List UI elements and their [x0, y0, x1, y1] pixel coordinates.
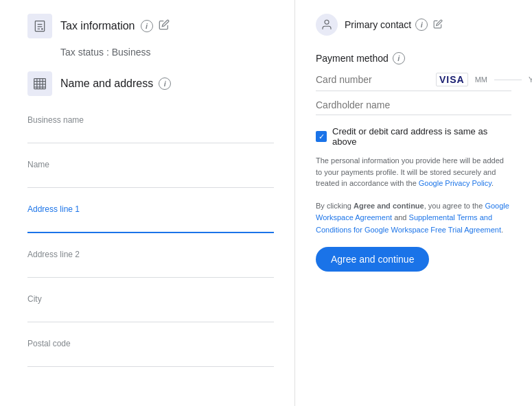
- payment-method-section: Payment method i VISA MM YY CVG: [316, 52, 511, 272]
- card-meta: VISA MM YY CVG: [436, 73, 532, 86]
- business-name-input[interactable]: [27, 128, 274, 139]
- tax-edit-icon[interactable]: [159, 19, 170, 33]
- name-address-section: Name and address i Business name Name Ad…: [27, 71, 274, 372]
- address-line-1-input[interactable]: [27, 217, 274, 228]
- address-icon: [27, 71, 52, 96]
- city-label: City: [27, 294, 274, 304]
- name-input[interactable]: [27, 172, 274, 183]
- business-name-label: Business name: [27, 115, 274, 125]
- name-label: Name: [27, 160, 274, 169]
- svg-point-4: [41, 28, 43, 30]
- tax-status: Tax status : Business: [60, 47, 274, 58]
- address-line-2-label: Address line 2: [27, 250, 274, 259]
- primary-contact-info-icon[interactable]: i: [415, 19, 428, 31]
- cardholder-name-row: [316, 99, 511, 115]
- same-address-label: Credit or debit card address is same as …: [332, 126, 511, 147]
- left-panel: Tax information i Tax status : Business: [0, 0, 295, 406]
- address-line-1-field: Address line 1: [27, 193, 274, 239]
- card-number-input[interactable]: [316, 74, 436, 85]
- name-address-header: Name and address i: [27, 71, 274, 96]
- address-line-2-input[interactable]: [27, 262, 274, 273]
- privacy-policy-link[interactable]: Google Privacy Policy: [419, 179, 491, 187]
- tax-section: Tax information i Tax status : Business: [27, 14, 274, 58]
- postal-code-label: Postal code: [27, 339, 274, 348]
- page-layout: Tax information i Tax status : Business: [0, 0, 532, 406]
- primary-contact-label: Primary contact: [345, 19, 411, 30]
- agree-text: By clicking Agree and continue, you agre…: [316, 200, 511, 237]
- same-address-checkbox-row[interactable]: Credit or debit card address is same as …: [316, 126, 511, 147]
- card-number-row: VISA MM YY CVG: [316, 73, 511, 91]
- mm-label: MM: [475, 75, 487, 84]
- same-address-checkbox[interactable]: [316, 131, 327, 142]
- address-line-2-field: Address line 2: [27, 239, 274, 283]
- privacy-text: The personal information you provide her…: [316, 155, 511, 189]
- mm-divider: [494, 80, 522, 80]
- postal-code-field: Postal code: [27, 328, 274, 372]
- primary-contact-section: Primary contact i: [316, 14, 511, 36]
- yy-label: YY: [529, 75, 532, 84]
- primary-contact-edit-icon[interactable]: [433, 19, 443, 31]
- payment-title: Payment method i: [316, 52, 511, 64]
- agree-continue-button[interactable]: Agree and continue: [316, 247, 429, 272]
- city-input[interactable]: [27, 307, 274, 318]
- business-name-field: Business name: [27, 104, 274, 149]
- postal-code-input[interactable]: [27, 351, 274, 362]
- tax-section-header: Tax information i: [27, 14, 274, 38]
- visa-logo: VISA: [436, 73, 468, 86]
- tax-title: Tax information: [60, 20, 135, 32]
- right-panel: Primary contact i Payment method i VISA …: [295, 0, 532, 406]
- payment-info-icon[interactable]: i: [393, 52, 405, 64]
- address-line-1-label: Address line 1: [27, 204, 274, 214]
- city-field: City: [27, 283, 274, 328]
- name-address-info-icon[interactable]: i: [159, 77, 171, 90]
- name-address-title: Name and address: [60, 77, 153, 90]
- svg-point-12: [325, 20, 329, 24]
- cardholder-name-input[interactable]: [316, 99, 511, 110]
- name-field: Name: [27, 149, 274, 193]
- svg-rect-0: [35, 21, 44, 32]
- tax-info-icon[interactable]: i: [141, 20, 153, 32]
- contact-icon: [316, 14, 338, 36]
- tax-icon: [27, 14, 52, 38]
